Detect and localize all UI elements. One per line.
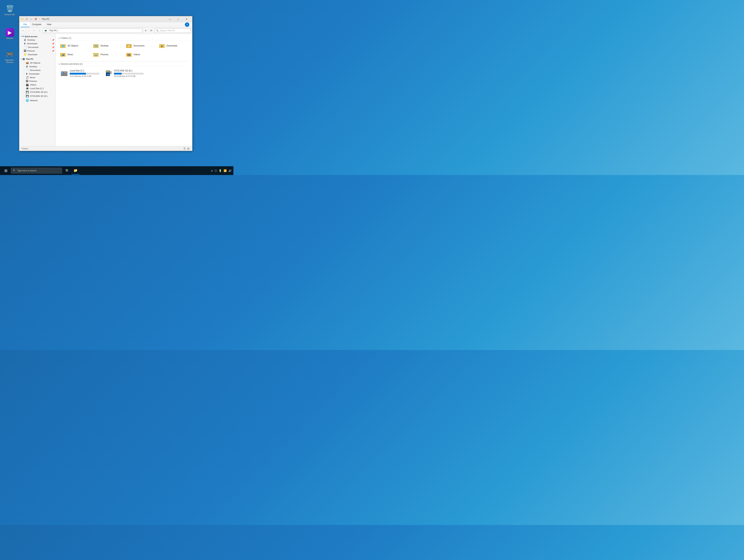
network-icon[interactable]: 📶	[223, 169, 227, 172]
svg-rect-20	[60, 53, 62, 54]
downloads-nav-icon: ⬇	[24, 42, 26, 45]
up-button[interactable]: ↑	[37, 29, 42, 33]
svg-point-21	[62, 55, 63, 56]
stocare-d1-icon: 💾	[26, 91, 29, 93]
device-item-local-disk-c[interactable]: Local Disk (C:) 12.6 GB free of 28.3 GB	[59, 68, 101, 80]
taskbar-search[interactable]: 🔍 Type here to search	[11, 168, 62, 173]
bluetooth-icon[interactable]: ⬡	[214, 169, 217, 172]
battery-icon[interactable]: 🔋	[218, 169, 222, 172]
falloutnv-icon[interactable]: 🎮 FalloutNV - Shortcut	[3, 49, 17, 64]
back-button[interactable]: ←	[21, 29, 26, 33]
folder-item-videos[interactable]: Videos	[125, 51, 156, 58]
download-nav-icon: 📁	[24, 53, 27, 56]
svg-rect-10	[126, 44, 128, 45]
stremio-label: Stremio	[6, 37, 13, 39]
desktop-nav-icon: 🖥	[24, 38, 26, 41]
nav-item-3d-objects[interactable]: › 📦 3D Objects	[19, 61, 55, 65]
desktop-nav-label: Desktop	[27, 39, 35, 41]
task-view-button[interactable]: ⧉	[63, 167, 71, 175]
quick-access-header[interactable]: ▾ ★ Quick access	[19, 35, 55, 38]
local-disk-c-device-icon	[60, 70, 68, 79]
nav-item-stocare-d1[interactable]: › 💾 STOCARE SD (D:)	[19, 90, 55, 94]
nav-item-pictures-pc[interactable]: › 🖼 Pictures	[19, 79, 55, 83]
folder-item-documents[interactable]: Documents	[125, 42, 156, 49]
stocare-d2-icon: 💾	[26, 94, 29, 97]
folder-item-music[interactable]: Music	[59, 51, 90, 58]
nav-item-stocare-d2[interactable]: › 💾 STOCARE SD (D:)	[19, 94, 55, 98]
pictures-folder-label: Pictures	[101, 53, 108, 56]
volume-icon[interactable]: 🔊	[228, 169, 232, 172]
folder-item-downloads[interactable]: Downloads	[158, 42, 189, 49]
refresh-button[interactable]: ⟳	[149, 29, 153, 33]
downloads-pc-label: Downloads	[29, 73, 39, 75]
quick-access-tool-dash[interactable]: —	[29, 18, 33, 21]
network-chevron: ›	[24, 99, 24, 102]
stocare-d-name: STOCARE SD (D:)	[114, 70, 144, 72]
desktop-pc-label: Desktop	[29, 66, 37, 68]
nav-item-documents-quick[interactable]: 📄 Documents 📌	[19, 45, 55, 49]
forward-button[interactable]: →	[26, 29, 31, 33]
nav-item-downloads-quick[interactable]: ⬇ Downloads 📌	[19, 42, 55, 45]
minimize-button[interactable]: —	[165, 16, 174, 22]
nav-item-local-disk-c[interactable]: › 💻 Local Disk (C:)	[19, 87, 55, 90]
taskbar-search-icon: 🔍	[13, 169, 16, 172]
nav-item-documents-pc[interactable]: › 📄 Documents	[19, 68, 55, 72]
nav-item-desktop-quick[interactable]: 🖥 Desktop 📌	[19, 38, 55, 42]
details-view-button[interactable]: ☰	[183, 147, 186, 150]
help-button[interactable]: ?	[185, 23, 189, 27]
file-explorer-taskbar-button[interactable]: 📁	[72, 167, 79, 175]
address-bar[interactable]: 💻 › This PC ›	[43, 29, 143, 33]
nav-item-music-pc[interactable]: › 🎵 Music	[19, 76, 55, 79]
tiles-view-button[interactable]: ⊞	[187, 147, 190, 150]
dropdown-button[interactable]: ▾	[143, 29, 148, 33]
tab-computer[interactable]: Computer	[29, 22, 44, 27]
stremio-icon[interactable]: ▶ Stremio	[3, 27, 17, 40]
local-disk-c-icon: 💻	[26, 87, 29, 90]
folders-section-header[interactable]: ▾ Folders (7)	[59, 37, 189, 40]
pictures-folder-icon	[93, 52, 99, 57]
start-button[interactable]: ⊞	[1, 166, 10, 175]
nav-item-network[interactable]: › 🌐 Network	[19, 98, 55, 102]
search-icon: 🔍	[156, 29, 159, 32]
device-item-stocare-d[interactable]: STOCARE SD (D:) 42.9 GB free of 57.9 GB	[103, 68, 145, 80]
tab-file[interactable]: File	[21, 22, 29, 27]
system-tray-chevron[interactable]: ∧	[211, 169, 213, 172]
nav-item-desktop-pc[interactable]: › 🖥 Desktop	[19, 65, 55, 68]
folder-item-pictures[interactable]: Pictures	[92, 51, 123, 58]
address-path-arrow: ›	[58, 29, 59, 32]
network-label: Network	[30, 99, 38, 102]
recent-button[interactable]: ▾	[32, 29, 36, 33]
music-folder-icon	[60, 52, 66, 57]
stocare-d-device-icon	[105, 70, 113, 79]
devices-section-header[interactable]: ▾ Devices and drives (2)	[59, 63, 189, 66]
3d-objects-folder-icon	[60, 43, 66, 48]
downloads-pc-chevron: ›	[24, 73, 24, 75]
search-bar[interactable]: 🔍 Search This PC	[154, 29, 191, 33]
folder-item-3d-objects[interactable]: 3D Objects	[59, 42, 90, 49]
videos-folder-icon	[126, 52, 132, 57]
svg-rect-33	[126, 53, 128, 54]
svg-point-47	[107, 74, 110, 76]
quick-access-tool-check[interactable]: ☑	[25, 18, 29, 21]
stocare-d-bar-fill	[114, 73, 122, 75]
nav-item-downloads-pc[interactable]: › ⬇ Downloads	[19, 72, 55, 76]
recycle-bin-icon[interactable]: 🗑️ Recycle Bin	[3, 4, 17, 16]
folder-item-desktop[interactable]: Desktop	[92, 42, 123, 49]
close-button[interactable]: ✕	[182, 16, 191, 22]
quick-access-tool-pin[interactable]: 📌	[34, 18, 38, 21]
local-disk-c-space: 12.6 GB free of 28.3 GB	[70, 75, 99, 77]
3d-objects-icon: 📦	[26, 62, 29, 64]
maximize-button[interactable]: □	[174, 16, 182, 22]
desktop-pc-icon: 🖥	[26, 65, 28, 68]
nav-item-videos-pc[interactable]: › 🎬 Videos	[19, 83, 55, 87]
pictures-pc-icon: 🖼	[26, 80, 28, 83]
svg-rect-46	[110, 71, 111, 74]
this-pc-header[interactable]: ▾ 💻 This PC	[19, 57, 55, 61]
nav-item-download-quick[interactable]: 📁 Download	[19, 53, 55, 56]
svg-rect-44	[107, 71, 108, 72]
pictures-nav-label: Pictures	[27, 50, 35, 52]
stocare-d1-label: STOCARE SD (D:)	[30, 91, 48, 93]
tab-view[interactable]: View	[44, 22, 54, 27]
pictures-nav-icon: 🖼	[24, 49, 26, 52]
nav-item-pictures-quick[interactable]: 🖼 Pictures 📌	[19, 49, 55, 53]
